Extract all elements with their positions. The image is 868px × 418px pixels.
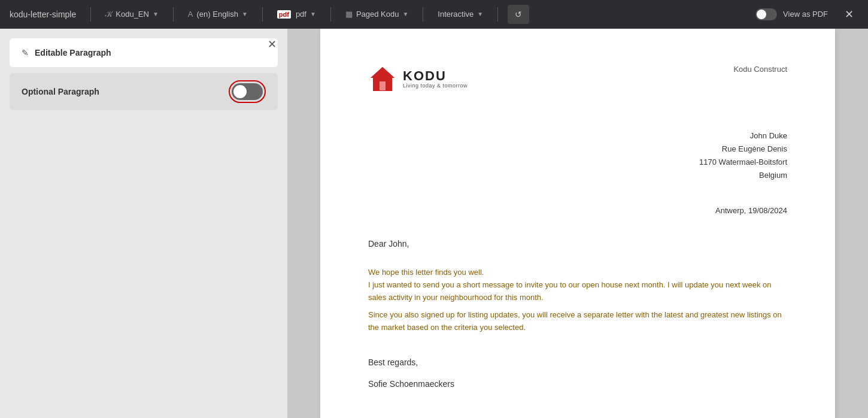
document-date: Antwerp, 19/08/2024 — [368, 206, 787, 215]
divider-6 — [497, 7, 498, 22]
topbar-close-button[interactable]: ✕ — [840, 5, 858, 23]
left-panel: ✕ ✎ Editable Paragraph Optional Paragrap… — [0, 29, 287, 418]
mode-dropdown[interactable]: Interactive ▼ — [433, 7, 488, 21]
reset-button[interactable]: ↺ — [508, 5, 529, 24]
recipient-street: Rue Eugène Denis — [368, 143, 787, 156]
document-body-line2: I just wanted to send you a short messag… — [368, 279, 787, 304]
pencil-icon: ✎ — [22, 48, 29, 57]
topbar: kodu-letter-simple 𝒦 Kodu_EN ▼ A (en) En… — [0, 0, 868, 29]
font-label: Kodu_EN — [116, 10, 149, 19]
recipient-name: John Duke — [368, 129, 787, 143]
editable-paragraph-item[interactable]: ✎ Editable Paragraph — [10, 38, 278, 67]
language-dropdown[interactable]: A (en) English ▼ — [183, 7, 253, 21]
svg-rect-2 — [380, 81, 386, 90]
font-dropdown-arrow: ▼ — [153, 11, 159, 17]
mode-dropdown-arrow: ▼ — [477, 11, 483, 17]
divider-1 — [90, 7, 91, 22]
pdf-icon: pdf — [277, 10, 291, 19]
layout-icon: ▦ — [345, 10, 353, 19]
layout-label: Paged Kodu — [356, 10, 399, 19]
document-body-line1: We hope this letter finds you well. — [368, 266, 787, 279]
layout-dropdown-arrow: ▼ — [402, 11, 408, 17]
document-body: We hope this letter finds you well. I ju… — [368, 266, 787, 334]
document-salutation: Dear John, — [368, 239, 787, 249]
font-dropdown[interactable]: 𝒦 Kodu_EN ▼ — [101, 7, 163, 22]
layout-dropdown[interactable]: ▦ Paged Kodu ▼ — [341, 7, 413, 21]
app-title: kodu-letter-simple — [10, 10, 76, 19]
kodu-brand-name: KODU — [403, 69, 468, 83]
view-as-pdf-toggle[interactable] — [755, 8, 777, 20]
kodu-logo: KODU Living today & tomorrow — [368, 65, 468, 93]
main-content: ✕ ✎ Editable Paragraph Optional Paragrap… — [0, 29, 868, 418]
document-signature: Sofie Schoenmaeckers — [368, 379, 787, 389]
divider-2 — [173, 7, 174, 22]
reset-icon: ↺ — [515, 10, 522, 19]
font-icon: 𝒦 — [105, 9, 112, 19]
kodu-text-block: KODU Living today & tomorrow — [403, 69, 468, 89]
language-icon: A — [188, 10, 193, 19]
document-header: KODU Living today & tomorrow Kodu Constr… — [368, 65, 787, 93]
view-as-pdf-label: View as PDF — [783, 10, 828, 19]
kodu-tagline: Living today & tomorrow — [403, 83, 468, 89]
document-company-name: Kodu Construct — [733, 65, 787, 74]
editable-paragraph-label: Editable Paragraph — [35, 48, 111, 57]
format-label: pdf — [296, 10, 306, 19]
document-preview-area[interactable]: KODU Living today & tomorrow Kodu Constr… — [287, 29, 868, 418]
mode-label: Interactive — [438, 10, 474, 19]
document-body-line3: Since you also signed up for listing upd… — [368, 309, 787, 334]
view-as-pdf-section: View as PDF — [755, 8, 828, 20]
optional-paragraph-label: Optional Paragraph — [22, 87, 99, 96]
format-dropdown-arrow: ▼ — [310, 11, 316, 17]
document-closing: Best regards, — [368, 358, 787, 367]
recipient-zip-city: 1170 Watermael-Boitsfort — [368, 156, 787, 169]
optional-paragraph-item: Optional Paragraph — [10, 73, 278, 110]
panel-close-button[interactable]: ✕ — [263, 36, 280, 53]
document: KODU Living today & tomorrow Kodu Constr… — [320, 29, 835, 418]
divider-5 — [423, 7, 423, 22]
divider-3 — [262, 7, 263, 22]
divider-4 — [330, 7, 331, 22]
language-label: (en) English — [197, 10, 238, 19]
optional-paragraph-toggle[interactable] — [232, 83, 263, 100]
document-address-block: John Duke Rue Eugène Denis 1170 Watermae… — [368, 129, 787, 182]
format-dropdown[interactable]: pdf pdf ▼ — [272, 7, 321, 21]
optional-paragraph-toggle-container — [229, 80, 266, 103]
recipient-country: Belgium — [368, 169, 787, 182]
language-dropdown-arrow: ▼ — [242, 11, 248, 17]
kodu-house-icon — [368, 65, 397, 93]
